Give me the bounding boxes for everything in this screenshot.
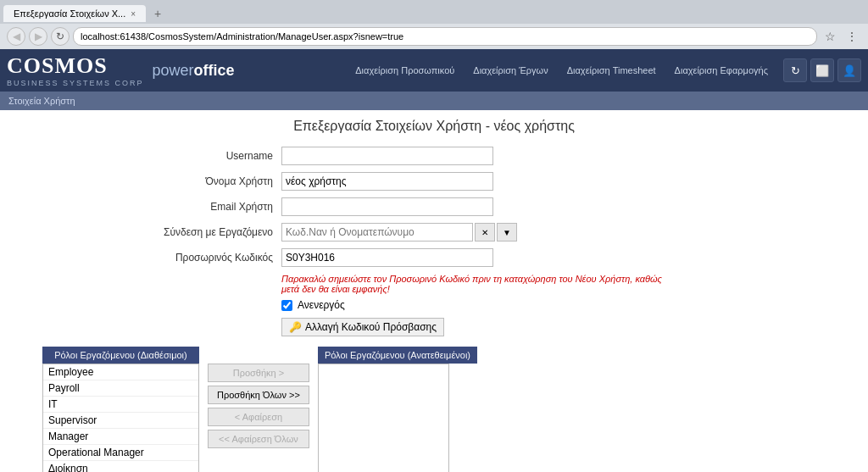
temp-pwd-label: Προσωρινός Κωδικός [137, 252, 273, 264]
browser-actions: ☆ ⋮ [821, 27, 861, 46]
list-item[interactable]: Operational Manager [43, 445, 198, 461]
roles-section: Ρόλοι Εργαζόμενου (Διαθέσιμοι) EmployeeP… [42, 347, 851, 472]
form-section: Username Όνομα Χρήστη Email Χρήστη Σύνδε… [137, 147, 731, 336]
refresh-icon-btn[interactable]: ↻ [783, 58, 807, 82]
fullname-row: Όνομα Χρήστη [137, 172, 731, 191]
settings-button[interactable]: ⋮ [843, 27, 861, 46]
temp-pwd-row: Προσωρινός Κωδικός [137, 248, 731, 267]
assigned-roles-box: Ρόλοι Εργαζόμενου (Ανατεθειμένοι) [318, 347, 477, 472]
add-all-roles-button[interactable]: Προσθήκη Όλων >> [208, 386, 309, 404]
change-pwd-button[interactable]: 🔑 Αλλαγή Κωδικού Πρόσβασης [281, 318, 444, 336]
active-label: Ανενεργός [298, 299, 345, 311]
connection-input[interactable] [281, 223, 473, 242]
temp-pwd-input[interactable] [281, 248, 493, 267]
office-text: office [194, 62, 235, 79]
tab-bar: Επεξεργασία Στοιχείων Χ... × + [0, 0, 868, 24]
connection-dropdown-btn[interactable]: ▼ [497, 223, 517, 242]
username-row: Username [137, 147, 731, 165]
forward-button[interactable]: ▶ [29, 27, 47, 46]
fullname-label: Όνομα Χρήστη [137, 175, 273, 187]
breadcrumb-bar: Στοιχεία Χρήστη [0, 92, 868, 110]
list-item[interactable]: IT [43, 397, 198, 413]
available-roles-list[interactable]: EmployeePayrollITSupervisorManagerOperat… [42, 364, 199, 472]
list-item[interactable]: Payroll [43, 380, 198, 397]
poweroffice-logo: poweroffice [153, 62, 235, 80]
refresh-button[interactable]: ↻ [51, 27, 70, 46]
nav-item-app[interactable]: Διαχείριση Εφαρμογής [666, 60, 776, 81]
cosmos-sub: BUSINESS SYSTEMS CORP [7, 79, 144, 87]
bookmark-button[interactable]: ☆ [821, 27, 839, 46]
assigned-roles-list[interactable] [318, 364, 449, 472]
main-content: Επεξεργασία Στοιχείων Χρήστη - νέος χρήσ… [0, 110, 868, 472]
browser-controls: ◀ ▶ ↻ ☆ ⋮ [0, 24, 868, 49]
username-label: Username [137, 150, 273, 162]
power-text: power [153, 62, 194, 79]
page-title: Επεξεργασία Στοιχείων Χρήστη - νέος χρήσ… [17, 119, 851, 134]
active-tab[interactable]: Επεξεργασία Στοιχείων Χ... × [3, 5, 146, 22]
remove-all-roles-button[interactable]: << Αφαίρεση Όλων [208, 430, 309, 448]
tab-title: Επεξεργασία Στοιχείων Χ... [14, 8, 125, 19]
email-input[interactable] [281, 197, 493, 216]
list-item[interactable]: Employee [43, 364, 198, 380]
list-item[interactable]: Διοίκηση [43, 461, 198, 472]
header-icons: ↻ ⬜ 👤 [783, 58, 861, 82]
tab-close-button[interactable]: × [131, 9, 136, 19]
nav-menu: Διαχείριση Προσωπικού Διαχείριση Έργων Δ… [235, 60, 776, 81]
fullname-input[interactable] [281, 172, 493, 191]
change-pwd-label: Αλλαγή Κωδικού Πρόσβασης [305, 321, 437, 333]
back-button[interactable]: ◀ [7, 27, 25, 46]
nav-item-personnel[interactable]: Διαχείριση Προσωπικού [347, 60, 463, 81]
cosmos-text: COSMOS [7, 53, 108, 78]
username-input[interactable] [281, 147, 493, 165]
active-checkbox-row: Ανενεργός [281, 299, 731, 311]
nav-item-projects[interactable]: Διαχείριση Έργων [465, 60, 556, 81]
active-checkbox[interactable] [281, 300, 292, 311]
connection-label: Σύνδεση με Εργαζόμενο [137, 226, 273, 238]
nav-item-timesheet[interactable]: Διαχείριση Timesheet [559, 60, 665, 81]
list-item[interactable]: Supervisor [43, 413, 198, 429]
new-tab-button[interactable]: + [149, 5, 166, 22]
available-roles-box: Ρόλοι Εργαζόμενου (Διαθέσιμοι) EmployeeP… [42, 347, 199, 472]
browser-chrome: Επεξεργασία Στοιχείων Χ... × + ◀ ▶ ↻ ☆ ⋮ [0, 0, 868, 49]
connection-select-btn[interactable]: ✕ [475, 223, 495, 242]
app-header: COSMOS BUSINESS SYSTEMS CORP poweroffice… [0, 49, 868, 92]
breadcrumb: Στοιχεία Χρήστη [8, 96, 75, 106]
remove-role-button[interactable]: < Αφαίρεση [208, 408, 309, 426]
assigned-roles-header: Ρόλοι Εργαζόμενου (Ανατεθειμένοι) [318, 347, 477, 364]
logo-area: COSMOS BUSINESS SYSTEMS CORP poweroffice [7, 53, 235, 87]
email-label: Email Χρήστη [137, 201, 273, 213]
window-icon-btn[interactable]: ⬜ [810, 58, 834, 82]
connection-group: ✕ ▼ [281, 223, 517, 242]
user-icon-btn[interactable]: 👤 [837, 58, 861, 82]
roles-controls: Προσθήκη > Προσθήκη Όλων >> < Αφαίρεση <… [208, 347, 309, 448]
connection-row: Σύνδεση με Εργαζόμενο ✕ ▼ [137, 223, 731, 242]
available-roles-header: Ρόλοι Εργαζόμενου (Διαθέσιμοι) [42, 347, 199, 364]
change-pwd-icon: 🔑 [289, 321, 302, 333]
email-row: Email Χρήστη [137, 197, 731, 216]
add-role-button[interactable]: Προσθήκη > [208, 364, 309, 382]
warning-text: Παρακαλώ σημειώστε τον Προσωρινό Κωδικό … [281, 274, 663, 294]
list-item[interactable]: Manager [43, 429, 198, 445]
address-bar[interactable] [73, 27, 817, 46]
cosmos-logo: COSMOS BUSINESS SYSTEMS CORP [7, 53, 144, 87]
